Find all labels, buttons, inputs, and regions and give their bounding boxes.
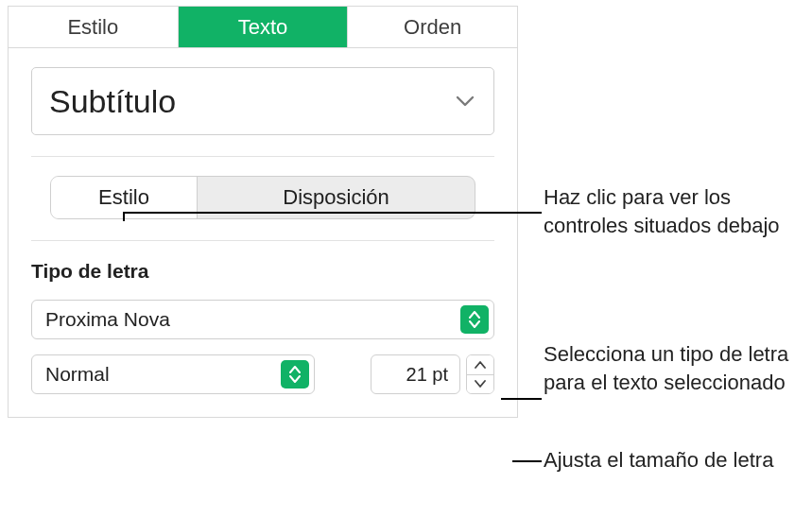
font-size-up[interactable]: [467, 355, 493, 374]
font-family-value: Proxima Nova: [45, 308, 460, 331]
tab-style[interactable]: Estilo: [9, 7, 178, 47]
updown-icon: [460, 305, 489, 334]
callout-leader: [123, 212, 125, 221]
callout-segment-style: Haz clic para ver los controles situados…: [544, 183, 803, 239]
font-size-arrows: [466, 354, 494, 394]
callout-font-family: Selecciona un tipo de letra para el text…: [544, 340, 803, 396]
chevron-down-icon: [456, 95, 475, 107]
callout-leader: [512, 460, 542, 462]
font-size-field[interactable]: 21 pt: [371, 354, 460, 394]
callout-leader: [123, 212, 542, 214]
tab-order[interactable]: Orden: [348, 7, 517, 47]
font-section-label: Tipo de letra: [31, 260, 494, 283]
font-size-down[interactable]: [467, 374, 493, 394]
panel-tabbar: Estilo Texto Orden: [9, 7, 517, 48]
paragraph-style-dropdown[interactable]: Subtítulo: [31, 67, 494, 135]
callout-font-size: Ajusta el tamaño de letra: [544, 446, 773, 475]
font-family-select[interactable]: Proxima Nova: [31, 300, 494, 339]
divider: [31, 156, 494, 157]
divider: [31, 240, 494, 241]
font-weight-select[interactable]: Normal: [31, 354, 315, 394]
font-size-stepper: 21 pt: [371, 354, 494, 394]
font-weight-value: Normal: [45, 363, 281, 386]
updown-icon: [281, 360, 309, 388]
panel-body: Subtítulo Estilo Disposición Tipo de let…: [9, 48, 517, 417]
callout-leader: [501, 398, 542, 400]
font-row: Normal 21 pt: [31, 354, 494, 394]
tab-text[interactable]: Texto: [179, 7, 348, 47]
paragraph-style-value: Subtítulo: [49, 83, 176, 120]
